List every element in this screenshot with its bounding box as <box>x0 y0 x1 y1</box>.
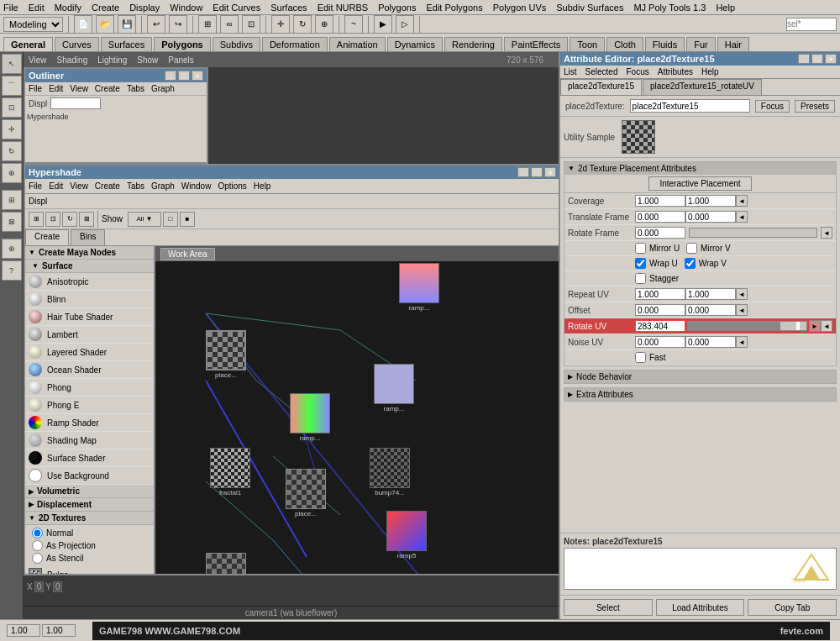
ae-repeat-btn[interactable]: ◄ <box>736 288 748 300</box>
radio-stencil[interactable]: As Stencil <box>32 552 147 565</box>
tool-rotate[interactable]: ↻ <box>2 141 22 161</box>
shader-usebg[interactable]: Use Background <box>25 467 154 485</box>
menu-window[interactable]: Window <box>170 3 202 13</box>
ae-mirror-v-check[interactable] <box>686 243 697 254</box>
aemenu-selected[interactable]: Selected <box>585 67 618 76</box>
shader-ocean[interactable]: Ocean Shader <box>25 361 154 379</box>
viewport-3d[interactable]: Outliner _ □ × File Edit View Create <box>24 67 559 606</box>
tab-animation[interactable]: Animation <box>329 37 386 51</box>
ae-rotate-frame-input[interactable] <box>635 227 685 239</box>
tool-move[interactable]: ✛ <box>2 119 22 139</box>
hs-node-ramp2[interactable]: ramp... <box>290 393 330 442</box>
radio-normal-input[interactable] <box>32 528 43 539</box>
hs-tb2[interactable]: ⊡ <box>45 212 60 227</box>
shader-shading[interactable]: Shading Map <box>25 432 154 449</box>
hs-node-ramp3[interactable]: ramp... <box>374 364 414 412</box>
ae-coverage-u[interactable] <box>635 195 685 207</box>
tool-snap[interactable]: ⊞ <box>2 190 22 210</box>
tb-new[interactable]: 📄 <box>74 15 92 34</box>
tab-rendering[interactable]: Rendering <box>444 37 502 51</box>
ae-interactive-placement-btn[interactable]: Interactive Placement <box>648 176 751 191</box>
menu-subdiv[interactable]: Subdiv Surfaces <box>556 3 623 13</box>
menu-display[interactable]: Display <box>129 3 160 13</box>
tb-redo[interactable]: ↪ <box>169 15 187 34</box>
menu-create[interactable]: Create <box>92 3 119 13</box>
hs-tb4[interactable]: ⊠ <box>79 212 94 227</box>
ae-fast-check[interactable] <box>635 352 646 363</box>
menu-surfaces[interactable]: Surfaces <box>270 3 307 13</box>
shader-layered[interactable]: Layered Shader <box>25 344 154 361</box>
shader-blinn[interactable]: Blinn <box>25 291 154 308</box>
ae-noise-u[interactable] <box>635 336 685 348</box>
quick-select-input[interactable] <box>786 18 837 31</box>
tab-toon[interactable]: Toon <box>570 37 605 51</box>
tb-select[interactable]: ⊞ <box>198 15 217 34</box>
tab-deformation[interactable]: Deformation <box>262 37 328 51</box>
shader-anisotropic[interactable]: Anisotropic <box>25 273 154 291</box>
outliner-minimize[interactable]: _ <box>165 71 176 81</box>
tab-surfaces[interactable]: Surfaces <box>101 37 152 51</box>
ae-rotate-frame-btn[interactable]: ◄ <box>821 227 832 239</box>
omenu-create[interactable]: Create <box>95 84 120 93</box>
ae-2d-section-header[interactable]: 2d Texture Placement Attributes <box>564 162 836 175</box>
ae-offset-v[interactable] <box>685 304 736 316</box>
tool-info[interactable]: ? <box>2 260 22 281</box>
hm-edit[interactable]: Edit <box>49 181 63 191</box>
hs-show-all[interactable]: All ▼ <box>128 212 161 227</box>
hs-node-fractal[interactable]: fractal1 <box>210 448 250 497</box>
ae-repeat-v[interactable] <box>685 288 736 300</box>
shader-phonge[interactable]: Phong E <box>25 397 154 414</box>
shader-surface[interactable]: Surface Shader <box>25 449 154 467</box>
hs-create-nodes-header[interactable]: Create Maya Nodes <box>25 246 154 260</box>
ae-copy-tab-button[interactable]: Copy Tab <box>748 599 837 616</box>
ae-translate-btn[interactable]: ◄ <box>736 211 748 223</box>
hs-work-area[interactable]: Work Area <box>155 246 559 574</box>
outliner-close[interactable]: × <box>192 71 203 81</box>
omenu-file[interactable]: File <box>29 84 42 93</box>
ae-rotate-frame-slider[interactable] <box>689 228 817 238</box>
ae-node-behavior-header[interactable]: Node Behavior <box>564 370 836 383</box>
aemenu-attributes[interactable]: Attributes <box>658 67 693 76</box>
ae-tab-2[interactable]: place2dTexture15_rotateUV <box>643 79 762 95</box>
tb-open[interactable]: 📂 <box>96 15 114 34</box>
ae-noise-btn[interactable]: ◄ <box>736 336 748 348</box>
aemenu-help[interactable]: Help <box>701 67 719 76</box>
vmenu-panels[interactable]: Panels <box>168 55 194 65</box>
ae-translate-u[interactable] <box>635 211 685 223</box>
hm-options[interactable]: Options <box>218 181 246 191</box>
tool-paint[interactable]: ⊡ <box>2 97 22 118</box>
menu-edit-polygons[interactable]: Edit Polygons <box>426 3 482 13</box>
tab-subdivs[interactable]: Subdivs <box>213 37 260 51</box>
hs-surface-header[interactable]: Surface <box>25 260 154 273</box>
radio-normal[interactable]: Normal <box>32 527 147 539</box>
hm-view[interactable]: View <box>70 181 88 191</box>
menu-help[interactable]: Help <box>716 3 735 13</box>
menu-mj[interactable]: MJ Poly Tools 1.3 <box>633 3 706 13</box>
hs-tab-create[interactable]: Create <box>25 229 69 245</box>
hm-graph[interactable]: Graph <box>151 181 175 191</box>
tab-curves[interactable]: Curves <box>55 37 99 51</box>
ae-offset-btn[interactable]: ◄ <box>736 304 748 316</box>
tab-dynamics[interactable]: Dynamics <box>387 37 443 51</box>
ae-rotate-uv-input[interactable] <box>635 320 685 332</box>
radio-stencil-input[interactable] <box>32 553 43 564</box>
shader-lambert[interactable]: Lambert <box>25 326 154 344</box>
hm-window[interactable]: Window <box>181 181 212 191</box>
tool-scale[interactable]: ⊕ <box>2 163 22 183</box>
ae-offset-u[interactable] <box>635 304 685 316</box>
hs-tab-bins[interactable]: Bins <box>71 229 105 245</box>
ae-extra-attrs-header[interactable]: Extra Attributes <box>564 388 836 401</box>
vmenu-view[interactable]: View <box>29 55 47 65</box>
tb-undo[interactable]: ↩ <box>147 15 165 34</box>
hm-create[interactable]: Create <box>95 181 120 191</box>
menu-modify[interactable]: Modify <box>55 3 81 13</box>
tab-general[interactable]: General <box>3 37 53 51</box>
work-area-tab[interactable]: Work Area <box>160 248 215 260</box>
radio-projection[interactable]: As Projection <box>32 539 147 552</box>
hm-tabs[interactable]: Tabs <box>127 181 144 191</box>
ae-mirror-u-check[interactable] <box>635 243 646 254</box>
menu-edit[interactable]: Edit <box>29 3 45 13</box>
omenu-view[interactable]: View <box>70 84 88 93</box>
ae-stagger-check[interactable] <box>635 273 646 284</box>
vmenu-show[interactable]: Show <box>137 55 158 65</box>
